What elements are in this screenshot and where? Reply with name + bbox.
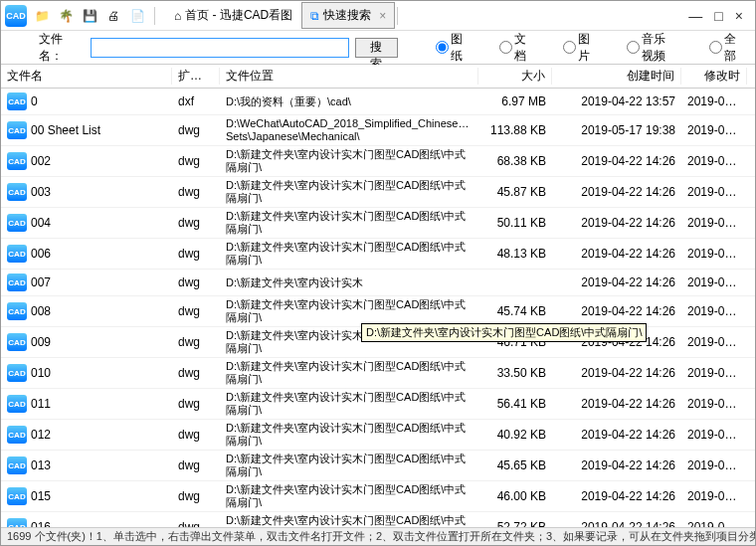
th-mtime[interactable]: 修改时 (681, 68, 747, 85)
minimize-button[interactable]: — (688, 8, 702, 24)
cell-ext: dwg (172, 154, 220, 168)
cell-size: 56.41 KB (478, 397, 552, 411)
cell-ext: dwg (172, 247, 220, 261)
cell-mtime: 2019-04-22 (681, 366, 747, 380)
filter-radio-图纸[interactable]: 图纸 (410, 31, 466, 65)
cad-file-icon: CAD (7, 456, 27, 474)
cell-size: 40.92 KB (478, 428, 552, 442)
cell-loc: D:\新建文件夹\室内设计实木门图型CAD图纸\中式隔扇门\ (220, 389, 478, 419)
folder-icon[interactable]: 📁 (33, 7, 51, 25)
cell-loc: D:\新建文件夹\室内设计实木门图型CAD图纸\中式隔扇门\ (220, 358, 478, 388)
cell-name: 015 (31, 489, 51, 503)
close-button[interactable]: × (735, 8, 743, 24)
table-row[interactable]: CAD003dwgD:\新建文件夹\室内设计实木门图型CAD图纸\中式隔扇门\4… (1, 177, 755, 208)
results-table: 文件名 扩展名 文件位置 大小 创建时间 修改时 CAD0dxfD:\我的资料（… (1, 65, 755, 528)
th-name[interactable]: 文件名 (1, 68, 172, 85)
cell-mtime: 2019-04-22 (681, 428, 747, 442)
cell-ctime: 2019-04-22 14:26 (552, 247, 681, 261)
filter-radios: 图纸文档图片音乐视频全部 (410, 31, 743, 65)
cell-mtime: 2019-04-22 (681, 489, 747, 503)
cell-loc: D:\新建文件夹\室内设计实木门图型CAD图纸\中式隔扇门\ (220, 451, 478, 480)
cell-loc: D:\新建文件夹\室内设计实木门图型CAD图纸\中式隔扇门\ (220, 208, 478, 238)
maximize-button[interactable]: □ (714, 8, 722, 24)
cell-loc: D:\WeChat\AutoCAD_2018_Simplified_Chines… (220, 115, 478, 145)
cad-file-icon: CAD (7, 302, 27, 320)
tab-search[interactable]: ⧉ 快速搜索 × (301, 2, 395, 29)
table-row[interactable]: CAD006dwgD:\新建文件夹\室内设计实木门图型CAD图纸\中式隔扇门\4… (1, 239, 755, 270)
th-ext[interactable]: 扩展名 (172, 68, 220, 85)
cell-mtime: 2019-04-22 (681, 154, 747, 168)
table-row[interactable]: CAD013dwgD:\新建文件夹\室内设计实木门图型CAD图纸\中式隔扇门\4… (1, 451, 755, 481)
cell-size: 45.87 KB (478, 185, 552, 199)
cell-name: 003 (31, 185, 51, 199)
cad-file-icon: CAD (7, 92, 27, 110)
table-row[interactable]: CAD002dwgD:\新建文件夹\室内设计实木门图型CAD图纸\中式隔扇门\6… (1, 146, 755, 177)
cell-ext: dwg (172, 123, 220, 137)
cell-size: 45.74 KB (478, 304, 552, 318)
th-size[interactable]: 大小 (478, 68, 552, 85)
file-icon[interactable]: 📄 (128, 7, 146, 25)
table-row[interactable]: CAD010dwgD:\新建文件夹\室内设计实木门图型CAD图纸\中式隔扇门\3… (1, 358, 755, 389)
cell-loc: D:\我的资料（重要）\cad\ (220, 93, 478, 110)
filename-label: 文件名： (13, 31, 81, 65)
cell-ext: dwg (172, 489, 220, 503)
cell-name: 010 (31, 366, 51, 380)
cell-ctime: 2019-05-17 19:38 (552, 123, 681, 137)
filter-radio-音乐视频[interactable]: 音乐视频 (601, 31, 675, 65)
table-row[interactable]: CAD00 Sheet ListdwgD:\WeChat\AutoCAD_201… (1, 115, 755, 146)
cell-ext: dwg (172, 304, 220, 318)
cell-ctime: 2019-04-22 14:26 (552, 154, 681, 168)
filter-radio-全部[interactable]: 全部 (683, 31, 739, 65)
table-row[interactable]: CAD016dwgD:\新建文件夹\室内设计实木门图型CAD图纸\中式隔扇门\5… (1, 512, 755, 528)
cell-size: 46.00 KB (478, 489, 552, 503)
cell-mtime: 2019-04-22 (681, 304, 747, 318)
palm-icon[interactable]: 🌴 (57, 7, 75, 25)
cell-ext: dwg (172, 397, 220, 411)
cell-name: 013 (31, 458, 51, 472)
cell-ctime: 2019-04-22 14:26 (552, 216, 681, 230)
cell-ext: dwg (172, 366, 220, 380)
save-icon[interactable]: 💾 (81, 7, 98, 25)
home-icon: ⌂ (174, 9, 181, 23)
table-row[interactable]: CAD007dwgD:\新建文件夹\室内设计实木2019-04-22 14:26… (1, 270, 755, 296)
cell-loc: D:\新建文件夹\室内设计实木门图型CAD图纸\中式隔扇门\ (220, 481, 478, 511)
cell-size: 6.97 MB (478, 94, 552, 108)
tab-home[interactable]: ⌂ 首页 - 迅捷CAD看图 (165, 2, 301, 29)
cell-name: 007 (31, 275, 51, 289)
titlebar: CAD 📁 🌴 💾 🖨 📄 ⌂ 首页 - 迅捷CAD看图 ⧉ 快速搜索 × — … (1, 1, 755, 31)
search-bar: 文件名： 搜索 图纸文档图片音乐视频全部 (1, 31, 755, 65)
cell-mtime: 2019-04-22 (681, 94, 747, 108)
cell-name: 006 (31, 247, 51, 261)
cell-ctime: 2019-04-22 14:26 (552, 397, 681, 411)
cell-mtime: 2019-04-22 (681, 335, 747, 349)
cell-name: 002 (31, 154, 51, 168)
table-row[interactable]: CAD015dwgD:\新建文件夹\室内设计实木门图型CAD图纸\中式隔扇门\4… (1, 481, 755, 512)
cell-name: 0 (31, 94, 38, 108)
filter-radio-文档[interactable]: 文档 (473, 31, 529, 65)
cell-size: 33.50 KB (478, 366, 552, 380)
filter-radio-图片[interactable]: 图片 (537, 31, 593, 65)
cell-ctime: 2019-04-22 14:26 (552, 458, 681, 472)
table-row[interactable]: CAD004dwgD:\新建文件夹\室内设计实木门图型CAD图纸\中式隔扇门\5… (1, 208, 755, 239)
table-body[interactable]: CAD0dxfD:\我的资料（重要）\cad\6.97 MB2019-04-22… (1, 89, 755, 528)
search-button[interactable]: 搜索 (355, 38, 398, 58)
th-loc[interactable]: 文件位置 (220, 68, 478, 85)
table-row[interactable]: CAD012dwgD:\新建文件夹\室内设计实木门图型CAD图纸\中式隔扇门\4… (1, 420, 755, 451)
th-ctime[interactable]: 创建时间 (552, 68, 681, 85)
cad-file-icon: CAD (7, 395, 27, 413)
app-icon: CAD (5, 5, 27, 27)
cell-mtime: 2019-05-17 (681, 123, 747, 137)
cad-file-icon: CAD (7, 487, 27, 505)
table-row[interactable]: CAD011dwgD:\新建文件夹\室内设计实木门图型CAD图纸\中式隔扇门\5… (1, 389, 755, 420)
table-header: 文件名 扩展名 文件位置 大小 创建时间 修改时 (1, 65, 755, 89)
search-input[interactable] (91, 38, 349, 58)
divider (154, 7, 155, 25)
cell-loc: D:\新建文件夹\室内设计实木门图型CAD图纸\中式隔扇门\ (220, 177, 478, 207)
cell-mtime: 2019-04-22 (681, 397, 747, 411)
search-tab-icon: ⧉ (310, 9, 319, 23)
table-row[interactable]: CAD0dxfD:\我的资料（重要）\cad\6.97 MB2019-04-22… (1, 89, 755, 115)
print-icon[interactable]: 🖨 (104, 7, 122, 25)
cell-loc: D:\新建文件夹\室内设计实木门图型CAD图纸\中式隔扇门\ (220, 239, 478, 269)
cell-loc: D:\新建文件夹\室内设计实木 (220, 274, 478, 291)
close-icon[interactable]: × (379, 9, 386, 23)
